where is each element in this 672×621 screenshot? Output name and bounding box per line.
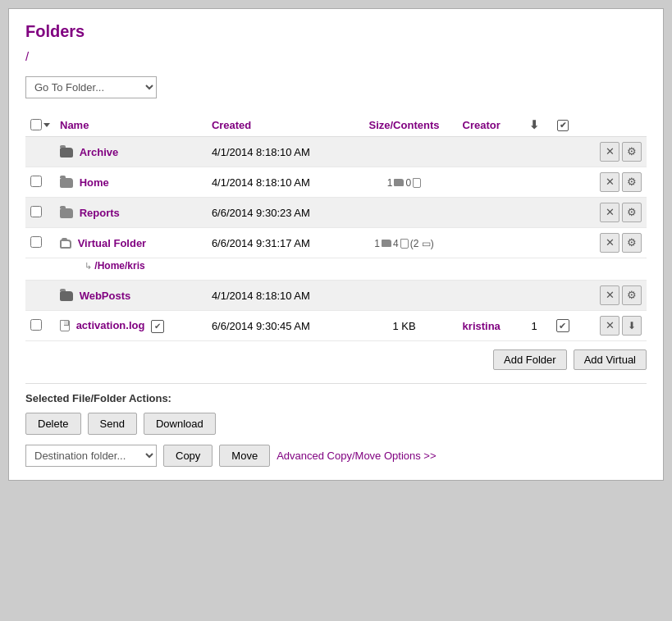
subpath-row: ↳ /Home/kris <box>25 258 647 281</box>
col-header-creator: Creator <box>458 113 521 137</box>
size-contents-value: 1 4 (2 ▭) <box>374 238 433 249</box>
subpath-empty <box>25 258 55 281</box>
settings-row-button[interactable]: ⚙ <box>622 172 642 192</box>
row-download-cell <box>521 281 547 311</box>
creator-link[interactable]: kristina <box>463 320 501 332</box>
file-link[interactable]: activation.log <box>76 319 145 331</box>
row-created-cell: 4/1/2014 8:18:10 AM <box>207 167 350 198</box>
add-virtual-button[interactable]: Add Virtual <box>574 349 647 370</box>
table-row: Home 4/1/2014 8:18:10 AM 1 0 ✕ <box>25 167 647 198</box>
select-dropdown-arrow[interactable] <box>43 123 50 127</box>
row-size-cell: 1 4 (2 ▭) <box>350 228 457 258</box>
subpath-cell: ↳ /Home/kris <box>55 258 647 281</box>
virtual-folder-link[interactable]: Virtual Folder <box>78 237 147 249</box>
row-check-cell <box>547 167 578 198</box>
row-name-cell: Reports <box>55 198 207 228</box>
delete-row-button[interactable]: ✕ <box>600 203 619 222</box>
goto-folder-select[interactable]: Go To Folder... <box>25 76 157 98</box>
row-created-cell: 6/6/2014 9:30:45 AM <box>207 311 350 341</box>
archive-link[interactable]: Archive <box>80 146 119 158</box>
row-name-cell: Virtual Folder <box>55 228 207 258</box>
move-button[interactable]: Move <box>219 445 270 467</box>
row-checkbox-cell <box>25 167 55 198</box>
reports-link[interactable]: Reports <box>80 207 120 219</box>
row-download-cell <box>521 167 547 198</box>
download-row-button[interactable]: ⬇ <box>622 316 642 336</box>
row-checkbox-cell <box>25 311 55 341</box>
send-button[interactable]: Send <box>88 413 137 435</box>
row-check-cell <box>547 137 578 167</box>
row-size-cell <box>350 281 457 311</box>
settings-row-button[interactable]: ⚙ <box>622 233 642 253</box>
row-creator-cell <box>458 137 521 167</box>
row-created-cell: 4/1/2014 8:18:10 AM <box>207 281 350 311</box>
row-download-cell <box>521 198 547 228</box>
folder-icon <box>60 208 73 218</box>
delete-row-button[interactable]: ✕ <box>600 285 619 305</box>
delete-row-button[interactable]: ✕ <box>600 142 619 162</box>
row-action-cell: ✕ ⬇ <box>578 311 647 341</box>
destination-folder-select[interactable]: Destination folder... <box>25 445 157 467</box>
row-checkbox[interactable] <box>30 176 42 187</box>
folder-icon <box>60 178 73 188</box>
row-name-cell: activation.log ✔ <box>55 311 207 341</box>
add-folder-button[interactable]: Add Folder <box>493 349 567 370</box>
home-link[interactable]: Home <box>80 176 109 189</box>
row-download-cell <box>521 228 547 258</box>
file-table: Name Created Size/Contents Creator ⬇ <box>25 113 647 341</box>
col-header-download: ⬇ <box>521 113 547 137</box>
file-check-badge: ✔ <box>151 320 164 333</box>
delete-row-button[interactable]: ✕ <box>600 233 619 253</box>
subpath-value: ↳ /Home/kris <box>60 258 642 275</box>
col-header-created: Created <box>207 113 350 137</box>
col-header-check: ✔ <box>547 113 578 137</box>
footer-buttons: Add Folder Add Virtual <box>25 349 647 370</box>
col-header-size: Size/Contents <box>350 113 457 137</box>
col-header-name: Name <box>55 113 207 137</box>
row-download-cell <box>521 137 547 167</box>
subpath-link[interactable]: /Home/kris <box>94 260 144 272</box>
delete-row-button[interactable]: ✕ <box>600 172 619 192</box>
delete-row-button[interactable]: ✕ <box>600 316 619 336</box>
row-check-cell <box>547 281 578 311</box>
row-checkbox[interactable] <box>30 319 42 331</box>
check-header-icon[interactable]: ✔ <box>557 120 569 131</box>
copy-button[interactable]: Copy <box>163 445 213 467</box>
webposts-link[interactable]: WebPosts <box>80 290 131 302</box>
advanced-link[interactable]: Advanced Copy/Move Options >> <box>277 450 436 462</box>
row-check-icon[interactable]: ✔ <box>556 319 569 332</box>
download-header-icon[interactable]: ⬇ <box>529 118 539 131</box>
row-creator-cell <box>458 167 521 198</box>
header-checkbox-col <box>25 113 55 137</box>
row-checkbox-cell <box>25 228 55 258</box>
table-row: activation.log ✔ 6/6/2014 9:30:45 AM 1 K… <box>25 311 647 341</box>
row-action-cell: ✕ ⚙ <box>578 137 647 167</box>
download-button[interactable]: Download <box>144 413 216 435</box>
row-action-cell: ✕ ⚙ <box>578 167 647 198</box>
file-icon <box>60 320 70 331</box>
dest-row: Destination folder... Copy Move Advanced… <box>25 445 647 467</box>
select-all-checkbox[interactable] <box>30 119 42 130</box>
row-checkbox[interactable] <box>30 206 42 217</box>
section-divider <box>25 383 647 384</box>
row-action-cell: ✕ ⚙ <box>578 198 647 228</box>
row-created-cell: 4/1/2014 8:18:10 AM <box>207 137 350 167</box>
shared-folder-icon <box>60 148 73 158</box>
delete-button[interactable]: Delete <box>25 413 81 435</box>
mini-file-icon <box>413 178 421 188</box>
row-version-cell: 1 <box>521 311 547 341</box>
col-header-actions <box>578 113 647 137</box>
table-row: Reports 6/6/2014 9:30:23 AM ✕ ⚙ <box>25 198 647 228</box>
row-creator-cell <box>458 228 521 258</box>
table-row: Archive 4/1/2014 8:18:10 AM ✕ ⚙ <box>25 137 647 167</box>
settings-row-button[interactable]: ⚙ <box>622 203 642 222</box>
virtual-folder-icon <box>60 240 71 249</box>
settings-row-button[interactable]: ⚙ <box>622 142 642 162</box>
breadcrumb: / <box>25 49 647 63</box>
row-checkbox[interactable] <box>30 236 42 248</box>
row-creator-cell <box>458 281 521 311</box>
row-size-cell: 1 0 <box>350 167 457 198</box>
row-name-cell: Home <box>55 167 207 198</box>
settings-row-button[interactable]: ⚙ <box>622 285 642 305</box>
row-check-cell <box>547 198 578 228</box>
